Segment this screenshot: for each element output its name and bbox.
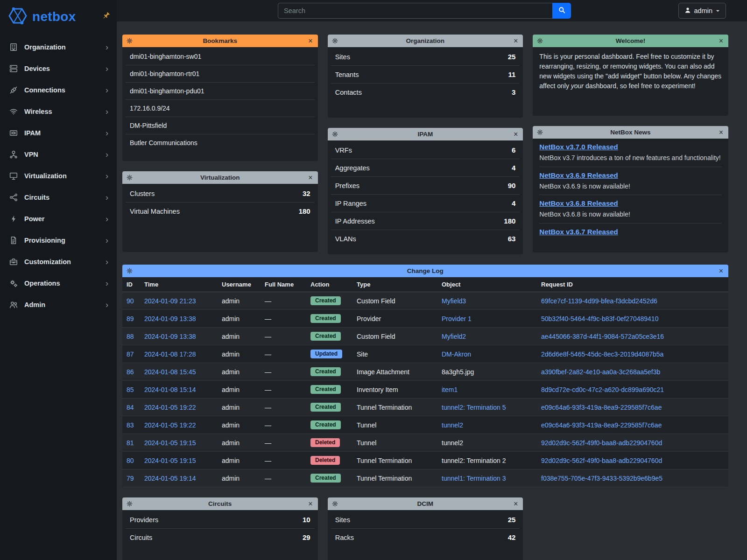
close-icon[interactable]: × (718, 267, 724, 275)
stat-row[interactable]: Providers10 (126, 511, 315, 529)
close-icon[interactable]: × (307, 37, 313, 45)
stat-row[interactable]: Aggregates4 (331, 159, 520, 177)
sidebar-item-circuits[interactable]: Circuits› (0, 187, 117, 208)
gear-icon[interactable] (332, 131, 338, 137)
sidebar-item-admin[interactable]: Admin› (0, 294, 117, 315)
stat-row[interactable]: VLANs63 (331, 230, 520, 247)
changelog-time-link[interactable]: 2024-01-05 19:22 (144, 404, 196, 411)
stat-row[interactable]: Racks42 (331, 529, 520, 546)
object-link[interactable]: Myfield3 (442, 297, 466, 305)
sidebar-item-operations[interactable]: Operations› (0, 273, 117, 294)
changelog-time-link[interactable]: 2024-01-05 19:15 (144, 439, 196, 447)
changelog-time-link[interactable]: 2024-01-09 13:38 (144, 315, 196, 322)
bookmark-item[interactable]: dmi01-binghamton-rtr01 (126, 65, 315, 83)
object-link[interactable]: tunnel2 (442, 421, 463, 429)
request-id-link[interactable]: 69fce7cf-1139-4d99-bfea-f3dcbd2452d6 (541, 297, 657, 305)
gear-icon[interactable] (127, 38, 133, 44)
gear-icon[interactable] (332, 38, 338, 44)
sidebar-item-wireless[interactable]: Wireless› (0, 101, 117, 122)
stat-row[interactable]: Clusters32 (126, 185, 315, 203)
changelog-time-link[interactable]: 2024-01-05 19:14 (144, 475, 196, 482)
sidebar-item-devices[interactable]: Devices› (0, 58, 117, 79)
request-id-link[interactable]: f038e755-705e-47f3-9433-5392b9e6b9e5 (541, 475, 662, 482)
object-link[interactable]: tunnel1: Termination 3 (442, 475, 506, 482)
gear-icon[interactable] (332, 501, 338, 507)
stat-row[interactable]: Virtual Machines180 (126, 203, 315, 220)
stat-row[interactable]: VRFs6 (331, 141, 520, 159)
request-id-link[interactable]: a390fbef-2a82-4e10-aa0a-3c268aa5ef3b (541, 368, 660, 376)
close-icon[interactable]: × (513, 131, 519, 138)
changelog-id-link[interactable]: 90 (127, 297, 134, 305)
gear-icon[interactable] (127, 175, 133, 181)
changelog-time-link[interactable]: 2024-01-05 19:15 (144, 457, 196, 464)
search-button[interactable] (552, 3, 571, 19)
changelog-id-link[interactable]: 85 (127, 386, 134, 393)
gear-icon[interactable] (127, 501, 133, 507)
changelog-time-link[interactable]: 2024-01-08 17:28 (144, 350, 196, 358)
user-menu-button[interactable]: admin (678, 3, 726, 19)
sidebar-item-virtualization[interactable]: Virtualization› (0, 165, 117, 187)
request-id-link[interactable]: ae445066-387d-44f1-9084-572a05ce3e16 (541, 333, 664, 340)
sidebar-item-ipam[interactable]: IPAM› (0, 122, 117, 144)
changelog-id-link[interactable]: 80 (127, 457, 134, 464)
bookmark-item[interactable]: dmi01-binghamton-pdu01 (126, 83, 315, 100)
stat-row[interactable]: Contacts3 (331, 84, 520, 101)
changelog-time-link[interactable]: 2024-01-05 19:22 (144, 421, 196, 429)
search-input[interactable] (278, 3, 552, 19)
close-icon[interactable]: × (307, 174, 313, 182)
changelog-id-link[interactable]: 87 (127, 350, 134, 358)
close-icon[interactable]: × (307, 500, 313, 508)
request-id-link[interactable]: 8d9cd72e-cd0c-47c2-a620-dc899a690c21 (541, 386, 664, 393)
changelog-time-link[interactable]: 2024-01-09 13:38 (144, 333, 196, 340)
request-id-link[interactable]: 2d6d6e8f-5465-45dc-8ec3-2019d4087b5a (541, 350, 663, 358)
changelog-id-link[interactable]: 84 (127, 404, 134, 411)
object-link[interactable]: tunnel2: Termination 5 (442, 404, 506, 411)
close-icon[interactable]: × (718, 129, 724, 136)
netbox-logo[interactable]: netbox (7, 7, 76, 27)
stat-row[interactable]: IP Ranges4 (331, 195, 520, 212)
request-id-link[interactable]: 92d02d9c-562f-49f0-baa8-adb22904760d (541, 457, 662, 464)
close-icon[interactable]: × (513, 37, 519, 45)
stat-row[interactable]: IP Addresses180 (331, 212, 520, 230)
changelog-id-link[interactable]: 83 (127, 421, 134, 429)
object-link[interactable]: Provider 1 (442, 315, 472, 322)
bookmark-item[interactable]: Butler Communications (126, 134, 315, 151)
news-link[interactable]: NetBox v3.6.9 Released (539, 171, 618, 179)
gear-icon[interactable] (537, 129, 543, 135)
changelog-time-link[interactable]: 2024-01-09 21:23 (144, 297, 196, 305)
stat-row[interactable]: Circuits29 (126, 529, 315, 546)
pin-sidebar-icon[interactable] (102, 12, 110, 22)
object-link[interactable]: item1 (442, 386, 458, 393)
request-id-link[interactable]: 92d02d9c-562f-49f0-baa8-adb22904760d (541, 439, 662, 447)
request-id-link[interactable]: 50b32f40-5464-4f9c-b83f-0ef270489410 (541, 315, 658, 322)
stat-row[interactable]: Sites25 (331, 48, 520, 66)
bookmark-item[interactable]: dmi01-binghamton-sw01 (126, 48, 315, 65)
sidebar-item-vpn[interactable]: VPN› (0, 144, 117, 165)
sidebar-item-customization[interactable]: Customization› (0, 251, 117, 273)
changelog-time-link[interactable]: 2024-01-08 15:45 (144, 368, 196, 376)
changelog-id-link[interactable]: 81 (127, 439, 134, 447)
sidebar-item-power[interactable]: Power› (0, 208, 117, 230)
close-icon[interactable]: × (718, 37, 724, 45)
request-id-link[interactable]: e09c64a6-93f3-419a-8ea9-229585f7c6ae (541, 404, 662, 411)
stat-row[interactable]: Prefixes90 (331, 177, 520, 195)
sidebar-item-organization[interactable]: Organization› (0, 36, 117, 58)
news-link[interactable]: NetBox v3.7.0 Released (539, 143, 618, 151)
stat-row[interactable]: Tenants11 (331, 66, 520, 84)
news-link[interactable]: NetBox v3.6.7 Released (539, 228, 618, 236)
changelog-id-link[interactable]: 86 (127, 368, 134, 376)
changelog-id-link[interactable]: 88 (127, 333, 134, 340)
news-link[interactable]: NetBox v3.6.8 Released (539, 199, 618, 207)
gear-icon[interactable] (127, 268, 133, 274)
bookmark-item[interactable]: 172.16.0.9/24 (126, 100, 315, 117)
gear-icon[interactable] (537, 38, 543, 44)
changelog-time-link[interactable]: 2024-01-08 15:14 (144, 386, 196, 393)
object-link[interactable]: Myfield2 (442, 333, 466, 340)
object-link[interactable]: DM-Akron (442, 350, 471, 358)
sidebar-item-provisioning[interactable]: Provisioning› (0, 230, 117, 251)
close-icon[interactable]: × (513, 500, 519, 508)
changelog-id-link[interactable]: 79 (127, 475, 134, 482)
request-id-link[interactable]: e09c64a6-93f3-419a-8ea9-229585f7c6ae (541, 421, 662, 429)
changelog-id-link[interactable]: 89 (127, 315, 134, 322)
bookmark-item[interactable]: DM-Pittsfield (126, 117, 315, 134)
